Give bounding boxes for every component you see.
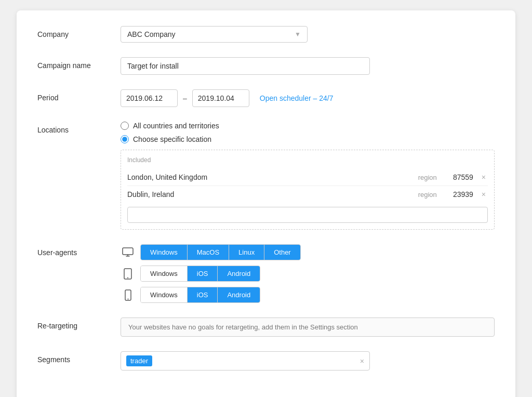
form-card: Company ABC Company ▼ Campaign name Peri… bbox=[17, 10, 515, 397]
desktop-windows-btn[interactable]: Windows bbox=[141, 245, 188, 260]
table-row: London, United Kingdom region 87559 × bbox=[127, 169, 488, 186]
segments-control: trader × bbox=[121, 351, 495, 370]
location-box: Included London, United Kingdom region 8… bbox=[121, 150, 495, 230]
location-search-input[interactable] bbox=[127, 207, 488, 223]
segment-tag-label: trader bbox=[130, 357, 148, 365]
tablet-windows-btn[interactable]: Windows bbox=[141, 266, 188, 281]
period-dash: – bbox=[183, 94, 187, 102]
campaign-name-input[interactable] bbox=[121, 57, 370, 75]
company-value: ABC Company bbox=[127, 30, 176, 38]
desktop-other-btn[interactable]: Other bbox=[264, 245, 300, 260]
retargeting-label: Re-targeting bbox=[37, 317, 121, 330]
retargeting-control bbox=[121, 317, 495, 337]
locations-row: Locations All countries and territories … bbox=[37, 122, 495, 230]
svg-point-2 bbox=[127, 277, 128, 278]
user-agents-row: User-agents Windows MacOS Linux bbox=[37, 244, 495, 303]
company-label: Company bbox=[37, 26, 121, 38]
tablet-icon bbox=[121, 268, 135, 280]
location-option-specific-label: Choose specific location bbox=[133, 135, 211, 143]
user-agents-control: Windows MacOS Linux Other bbox=[121, 244, 495, 303]
table-row: Dublin, Ireland region 23939 × bbox=[127, 186, 488, 203]
retargeting-row: Re-targeting bbox=[37, 317, 495, 337]
mobile-os-group: Windows iOS Android bbox=[140, 287, 260, 303]
location-name: London, United Kingdom bbox=[127, 173, 418, 181]
company-control: ABC Company ▼ bbox=[121, 26, 495, 43]
tablet-os-group: Windows iOS Android bbox=[140, 266, 260, 282]
campaign-label: Campaign name bbox=[37, 57, 121, 70]
company-dropdown[interactable]: ABC Company ▼ bbox=[121, 26, 308, 43]
location-remove-icon[interactable]: × bbox=[480, 189, 488, 200]
location-count: 87559 bbox=[447, 173, 473, 181]
location-option-all-label: All countries and territories bbox=[133, 122, 219, 130]
period-label: Period bbox=[37, 89, 121, 102]
location-included-label: Included bbox=[127, 156, 488, 164]
period-group: – Open scheduler – 24/7 bbox=[121, 89, 495, 107]
mobile-ios-btn[interactable]: iOS bbox=[188, 287, 218, 302]
location-remove-icon[interactable]: × bbox=[480, 172, 488, 182]
locations-label: Locations bbox=[37, 122, 121, 134]
mobile-windows-btn[interactable]: Windows bbox=[141, 287, 188, 302]
location-type: region bbox=[418, 191, 437, 198]
desktop-os-group: Windows MacOS Linux Other bbox=[140, 244, 301, 260]
company-row: Company ABC Company ▼ bbox=[37, 26, 495, 43]
segment-tag: trader bbox=[126, 355, 152, 366]
location-type: region bbox=[418, 174, 437, 181]
ua-tablet-row: Windows iOS Android bbox=[121, 266, 495, 282]
segments-label: Segments bbox=[37, 351, 121, 364]
ua-desktop-row: Windows MacOS Linux Other bbox=[121, 244, 495, 260]
chevron-down-icon: ▼ bbox=[295, 31, 301, 38]
locations-radio-group: All countries and territories Choose spe… bbox=[121, 122, 495, 143]
segments-clear-icon[interactable]: × bbox=[360, 357, 364, 365]
svg-point-4 bbox=[127, 298, 128, 299]
desktop-icon bbox=[121, 247, 135, 258]
location-option-all[interactable]: All countries and territories bbox=[121, 122, 495, 130]
location-name: Dublin, Ireland bbox=[127, 190, 418, 198]
tablet-android-btn[interactable]: Android bbox=[218, 266, 260, 281]
segments-row: Segments trader × bbox=[37, 351, 495, 370]
location-option-specific[interactable]: Choose specific location bbox=[121, 135, 495, 143]
location-radio-specific[interactable] bbox=[121, 135, 129, 143]
campaign-row: Campaign name bbox=[37, 57, 495, 75]
campaign-control bbox=[121, 57, 495, 75]
user-agents-label: User-agents bbox=[37, 244, 121, 257]
desktop-macos-btn[interactable]: MacOS bbox=[188, 245, 229, 260]
user-agents-group: Windows MacOS Linux Other bbox=[121, 244, 495, 303]
scheduler-link[interactable]: Open scheduler – 24/7 bbox=[260, 94, 334, 102]
period-start-input[interactable] bbox=[121, 89, 178, 107]
mobile-android-btn[interactable]: Android bbox=[218, 287, 260, 302]
svg-rect-0 bbox=[123, 248, 133, 255]
period-end-input[interactable] bbox=[192, 89, 249, 107]
period-control: – Open scheduler – 24/7 bbox=[121, 89, 495, 107]
mobile-icon bbox=[121, 289, 135, 301]
retargeting-input[interactable] bbox=[121, 317, 495, 337]
locations-control: All countries and territories Choose spe… bbox=[121, 122, 495, 230]
period-row: Period – Open scheduler – 24/7 bbox=[37, 89, 495, 107]
location-radio-all[interactable] bbox=[121, 122, 129, 130]
tablet-ios-btn[interactable]: iOS bbox=[188, 266, 218, 281]
location-count: 23939 bbox=[447, 190, 473, 198]
ua-mobile-row: Windows iOS Android bbox=[121, 287, 495, 303]
segments-box: trader × bbox=[121, 351, 370, 370]
desktop-linux-btn[interactable]: Linux bbox=[229, 245, 264, 260]
